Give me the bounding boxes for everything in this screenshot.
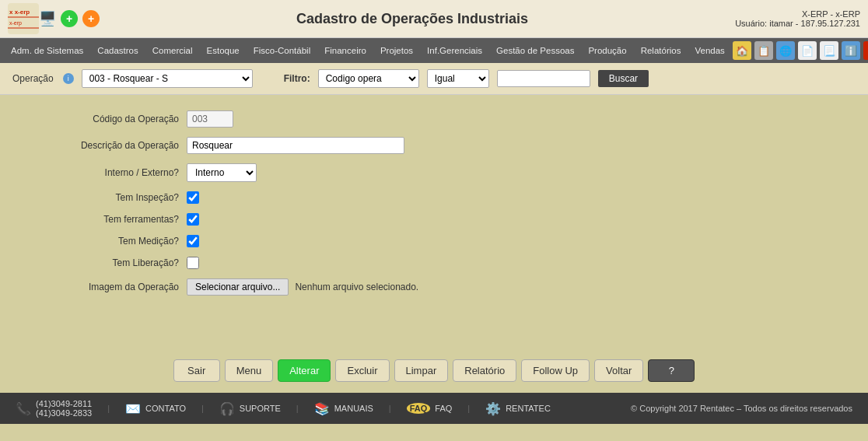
- footer-phone: 📞 (41)3049-2811 (41)3049-2833: [16, 399, 92, 418]
- footer-faq[interactable]: FAQ FAQ: [407, 403, 453, 414]
- toolbar-icon-plus1[interactable]: +: [61, 10, 78, 27]
- menu-button[interactable]: Menu: [225, 359, 274, 382]
- descricao-input[interactable]: [187, 137, 404, 154]
- interno-externo-row: Interno / Externo? Interno Externo: [31, 163, 837, 182]
- imagem-label: Imagem da Operação: [31, 282, 187, 292]
- toolbar-icon-screen[interactable]: 🖥️: [39, 10, 56, 27]
- faq-icon: FAQ: [407, 403, 431, 414]
- ferramentas-label: Tem ferramentas?: [31, 214, 187, 225]
- limpar-button[interactable]: Limpar: [394, 359, 449, 382]
- buscar-button[interactable]: Buscar: [598, 70, 649, 87]
- codigo-input[interactable]: [187, 110, 233, 128]
- filtro-label: Filtro:: [284, 73, 310, 84]
- nav-icon-doc2[interactable]: 📃: [820, 41, 838, 60]
- help-button[interactable]: ?: [648, 359, 695, 382]
- top-bar: x x-erp x-erp 🖥️ + + Cadastro de Operaçõ…: [0, 0, 868, 38]
- medicao-label: Tem Medição?: [31, 236, 187, 247]
- button-bar: Sair Menu Alterar Excluir Limpar Relatór…: [0, 352, 868, 393]
- footer-contato[interactable]: ✉️ CONTATO: [125, 401, 186, 416]
- phone-icon: 📞: [16, 401, 31, 416]
- operacao-select[interactable]: 003 - Rosquear - S: [82, 69, 253, 88]
- info-icon[interactable]: i: [63, 73, 74, 84]
- svg-text:x x-erp: x x-erp: [9, 9, 30, 16]
- svg-rect-0: [8, 3, 39, 34]
- codigo-label: Código da Operação: [31, 114, 187, 124]
- nav-estoque[interactable]: Estoque: [201, 41, 246, 60]
- ferramentas-row: Tem ferramentas?: [31, 213, 837, 226]
- relatorio-button[interactable]: Relatório: [453, 359, 516, 382]
- svg-text:x-erp: x-erp: [9, 20, 22, 26]
- codigo-row: Código da Operação: [31, 110, 837, 128]
- nav-financeiro[interactable]: Financeiro: [318, 41, 373, 60]
- voltar-button[interactable]: Voltar: [594, 359, 643, 382]
- footer-phones: (41)3049-2811 (41)3049-2833: [36, 399, 92, 418]
- nav-relatorios[interactable]: Relatórios: [635, 41, 688, 60]
- main-content: Código da Operação Descrição da Operação…: [0, 95, 868, 352]
- footer-rentatec[interactable]: ⚙️ RENTATEC: [485, 401, 551, 416]
- footer-divider-2: |: [201, 404, 204, 413]
- ferramentas-checkbox[interactable]: [187, 213, 199, 226]
- nav-icon-power[interactable]: ⏻: [863, 41, 868, 60]
- nav-action-icons: 🏠 📋 🌐 📄 📃 ℹ️ ⏻: [733, 41, 868, 60]
- nav-vendas[interactable]: Vendas: [688, 41, 730, 60]
- nav-projetos[interactable]: Projetos: [374, 41, 419, 60]
- nav-icon-info[interactable]: ℹ️: [842, 41, 860, 60]
- footer-suporte[interactable]: 🎧 SUPORTE: [219, 401, 281, 416]
- footer-divider-4: |: [389, 404, 391, 413]
- filtro-campo-select[interactable]: Codigo opera: [318, 69, 419, 88]
- liberacao-checkbox[interactable]: [187, 257, 199, 269]
- footer-divider-3: |: [296, 404, 299, 413]
- book-icon: 📚: [314, 401, 330, 416]
- imagem-row: Imagem da Operação Selecionar arquivo...…: [31, 278, 837, 296]
- filter-bar: Operação i 003 - Rosquear - S Filtro: Co…: [0, 63, 868, 95]
- headset-icon: 🎧: [219, 401, 235, 416]
- footer-divider-5: |: [467, 404, 470, 413]
- footer-divider-1: |: [107, 404, 110, 413]
- inspecao-checkbox[interactable]: [187, 191, 199, 204]
- excluir-button[interactable]: Excluir: [335, 359, 389, 382]
- interno-externo-label: Interno / Externo?: [31, 167, 187, 178]
- rentatec-icon: ⚙️: [485, 401, 501, 416]
- nav-cadastros[interactable]: Cadastros: [91, 41, 144, 60]
- nav-icon-copy[interactable]: 📋: [754, 41, 773, 60]
- user-info: X-ERP - x-ERP Usuário: itamar - 187.95.1…: [720, 9, 860, 28]
- nav-inf-gerenciais[interactable]: Inf.Gerenciais: [421, 41, 488, 60]
- liberacao-row: Tem Liberação?: [31, 257, 837, 269]
- inspecao-row: Tem Inspeção?: [31, 191, 837, 204]
- page-title: Cadastro de Operações Industriais: [104, 11, 720, 27]
- nav-icon-globe[interactable]: 🌐: [776, 41, 795, 60]
- logo-area: x x-erp x-erp: [8, 3, 39, 34]
- nav-fisco[interactable]: Fisco-Contábil: [247, 41, 317, 60]
- email-icon: ✉️: [125, 401, 141, 416]
- selecionar-arquivo-button[interactable]: Selecionar arquivo...: [187, 278, 289, 296]
- footer-manuais[interactable]: 📚 MANUAIS: [314, 401, 373, 416]
- nav-icon-home[interactable]: 🏠: [733, 41, 751, 60]
- footer: 📞 (41)3049-2811 (41)3049-2833 | ✉️ CONTA…: [0, 393, 868, 424]
- descricao-row: Descrição da Operação: [31, 137, 837, 154]
- nav-icon-doc[interactable]: 📄: [798, 41, 817, 60]
- liberacao-label: Tem Liberação?: [31, 257, 187, 268]
- sair-button[interactable]: Sair: [173, 359, 220, 382]
- medicao-row: Tem Medição?: [31, 235, 837, 247]
- descricao-label: Descrição da Operação: [31, 140, 187, 151]
- footer-copyright: © Copyright 2017 Rentatec – Todos os dir…: [631, 404, 852, 413]
- filtro-condicao-select[interactable]: Igual: [427, 69, 489, 88]
- alterar-button[interactable]: Alterar: [278, 359, 331, 382]
- toolbar-icon-plus2[interactable]: +: [82, 10, 100, 27]
- filtro-valor-input[interactable]: [497, 70, 590, 87]
- inspecao-label: Tem Inspeção?: [31, 192, 187, 203]
- nav-adm-sistemas[interactable]: Adm. de Sistemas: [5, 41, 89, 60]
- interno-externo-select[interactable]: Interno Externo: [187, 163, 257, 182]
- followup-button[interactable]: Follow Up: [521, 359, 590, 382]
- nav-menu: Adm. de Sistemas Cadastros Comercial Est…: [0, 38, 868, 63]
- medicao-checkbox[interactable]: [187, 235, 199, 247]
- nav-comercial[interactable]: Comercial: [146, 41, 199, 60]
- file-info-text: Nenhum arquivo selecionado.: [295, 282, 418, 292]
- logo-icon: x x-erp x-erp: [8, 3, 39, 34]
- operacao-label: Operação: [12, 73, 54, 84]
- nav-producao[interactable]: Produção: [582, 41, 632, 60]
- nav-gestao-pessoas[interactable]: Gestão de Pessoas: [490, 41, 580, 60]
